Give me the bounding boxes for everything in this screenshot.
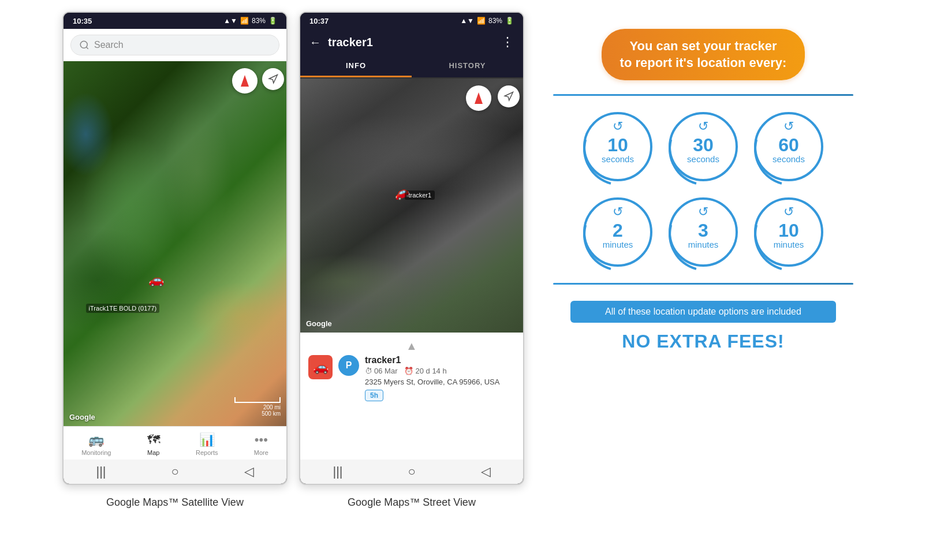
phone1-battery-text: 83%: [252, 17, 266, 25]
interval-circle-30s: ↺ 30 seconds: [669, 112, 738, 181]
location-arrow-icon: [268, 74, 278, 84]
phone1-system-back[interactable]: ◁: [227, 464, 271, 479]
tracker-info-top: 🚗 P tracker1 ⏱ 06 Mar ⏰ 20 d 14 h 2325 M…: [308, 355, 515, 401]
nav-item-map[interactable]: 🗺 Map: [141, 431, 166, 457]
phone2-tracker-header: ← tracker1 ⋮: [300, 29, 523, 55]
tab-info[interactable]: INFO: [300, 55, 412, 77]
phone2-location-button[interactable]: [498, 85, 520, 107]
phone2-info-panel: ▲ 🚗 P tracker1 ⏱ 06 Mar ⏰ 20 d 14 h 2325…: [300, 333, 523, 460]
tab-history[interactable]: HISTORY: [412, 55, 523, 77]
circle-unit-10s: seconds: [602, 154, 634, 164]
circle-unit-10m: minutes: [774, 240, 804, 249]
phone2-compass[interactable]: [466, 85, 491, 111]
interval-header-line1: You can set your tracker: [629, 39, 777, 53]
phone1-frame: 10:35 ▲▼ 📶 83% 🔋 Search: [62, 12, 288, 485]
phone1-google-logo: Google: [69, 413, 95, 421]
circle-number-60s: 60: [778, 136, 799, 154]
phone1-system-home[interactable]: ○: [154, 464, 196, 479]
svg-point-0: [80, 41, 87, 48]
phone2-signal-icon: ▲▼: [460, 17, 474, 25]
phone1-map[interactable]: 🚗 iTrack1TE BOLD (0177) Google 200 mi 50…: [64, 61, 286, 426]
circle-number-3m: 3: [698, 221, 708, 240]
intervals-panel: You can set your tracker to report it's …: [536, 12, 871, 364]
phone2-system-back[interactable]: ◁: [464, 464, 508, 479]
interval-divider-top: [553, 94, 853, 96]
interval-included-banner: All of these location update options are…: [570, 301, 836, 323]
back-arrow-icon[interactable]: ←: [309, 36, 321, 49]
circle-arrow-30s-icon: ↺: [698, 119, 708, 134]
svg-line-1: [86, 47, 88, 48]
tracker-title: tracker1: [328, 36, 494, 49]
phone1-compass[interactable]: [232, 68, 257, 94]
phone2-frame: 10:37 ▲▼ 📶 83% 🔋 ← tracker1 ⋮ INFO HISTO…: [299, 12, 524, 485]
phone1-scale-text: 200 mi: [234, 404, 281, 410]
phone2-battery-text: 83%: [488, 17, 502, 25]
phone1-system-recent[interactable]: |||: [79, 464, 123, 479]
phone1-search-bar[interactable]: Search: [70, 35, 279, 55]
circle-arrow-2m-icon: ↺: [613, 204, 623, 219]
reports-icon: 📊: [199, 432, 215, 447]
tracker-menu-icon[interactable]: ⋮: [501, 35, 514, 50]
circle-number-10m: 10: [778, 221, 799, 240]
interval-header-line2: to report it's location every:: [620, 55, 787, 70]
phone2-status-bar: 10:37 ▲▼ 📶 83% 🔋: [300, 13, 523, 29]
circle-number-30s: 30: [693, 136, 714, 154]
tracker-p-badge: P: [338, 355, 359, 376]
panel-up-arrow-icon: ▲: [308, 339, 515, 353]
nav-label-reports: Reports: [196, 449, 218, 456]
interval-circle-10m: ↺ 10 minutes: [754, 197, 823, 267]
no-extra-fees-label: NO EXTRA FEES!: [622, 331, 784, 352]
phone2-tracker-label: tracker1: [405, 191, 435, 200]
tracker-time-badge: 5h: [365, 390, 383, 401]
phone1-status-bar: 10:35 ▲▼ 📶 83% 🔋: [64, 13, 286, 29]
phone1-container: 10:35 ▲▼ 📶 83% 🔋 Search: [62, 12, 288, 509]
phone2-caption: Google Maps™ Street View: [348, 496, 476, 509]
phone1-tracker-label: iTrack1TE BOLD (0177): [86, 304, 160, 313]
search-icon: [79, 40, 89, 50]
phone1-battery-icon: 🔋: [268, 17, 277, 25]
phone2-time: 10:37: [309, 17, 329, 25]
phone1-scale-text2: 500 km: [234, 410, 281, 417]
tracker-name-label: tracker1: [365, 355, 499, 365]
svg-marker-2: [269, 75, 277, 83]
nav-item-monitoring[interactable]: 🚌 Monitoring: [76, 431, 117, 457]
interval-circle-60s: ↺ 60 seconds: [754, 112, 823, 181]
more-icon: •••: [255, 432, 268, 447]
phone1-map-scale: 200 mi 500 km: [234, 397, 281, 417]
street-location-arrow-icon: [503, 91, 514, 102]
phone1-caption: Google Maps™ Satellite View: [106, 496, 244, 509]
nav-item-more[interactable]: ••• More: [248, 431, 274, 457]
interval-circle-10s: ↺ 10 seconds: [583, 112, 652, 181]
phone2-container: 10:37 ▲▼ 📶 83% 🔋 ← tracker1 ⋮ INFO HISTO…: [299, 12, 524, 509]
phone2-google-logo: Google: [306, 319, 332, 328]
phone1-wifi-icon: 📶: [240, 17, 249, 25]
svg-marker-3: [505, 92, 513, 100]
interval-row-2: ↺ 2 minutes ↺ 3 minutes ↺ 10 minutes: [583, 197, 823, 267]
monitoring-icon: 🚌: [88, 432, 104, 447]
nav-label-more: More: [254, 449, 268, 456]
phone2-tabs: INFO HISTORY: [300, 55, 523, 79]
phone2-system-home[interactable]: ○: [390, 464, 432, 479]
phone1-scale-bar: [234, 397, 281, 403]
phone1-bottom-nav: 🚌 Monitoring 🗺 Map 📊 Reports ••• More: [64, 426, 286, 460]
circle-unit-60s: seconds: [772, 154, 805, 164]
tracker-meta: ⏱ 06 Mar ⏰ 20 d 14 h: [365, 367, 499, 375]
nav-item-reports[interactable]: 📊 Reports: [190, 431, 224, 457]
circle-number-2m: 2: [613, 221, 623, 240]
circle-number-10s: 10: [607, 136, 628, 154]
tracker-info-details: tracker1 ⏱ 06 Mar ⏰ 20 d 14 h 2325 Myers…: [365, 355, 499, 401]
phone2-system-nav: ||| ○ ◁: [300, 460, 523, 484]
interval-divider-bottom: [553, 283, 853, 285]
circle-arrow-10s-icon: ↺: [613, 119, 623, 134]
search-placeholder: Search: [94, 40, 124, 50]
phone2-wifi-icon: 📶: [477, 17, 486, 25]
phone1-tracker-marker: 🚗: [148, 272, 164, 288]
phone1-search-container: Search: [64, 29, 286, 61]
phone2-system-recent[interactable]: |||: [315, 464, 360, 479]
interval-header-banner: You can set your tracker to report it's …: [602, 29, 805, 80]
phone1-system-nav: ||| ○ ◁: [64, 460, 286, 484]
phone1-location-button[interactable]: [262, 68, 284, 90]
phone2-map[interactable]: 🚗 tracker1 Google: [300, 79, 523, 333]
tracker-car-icon: 🚗: [308, 355, 333, 379]
phone2-status-icons: ▲▼ 📶 83% 🔋: [460, 17, 514, 25]
